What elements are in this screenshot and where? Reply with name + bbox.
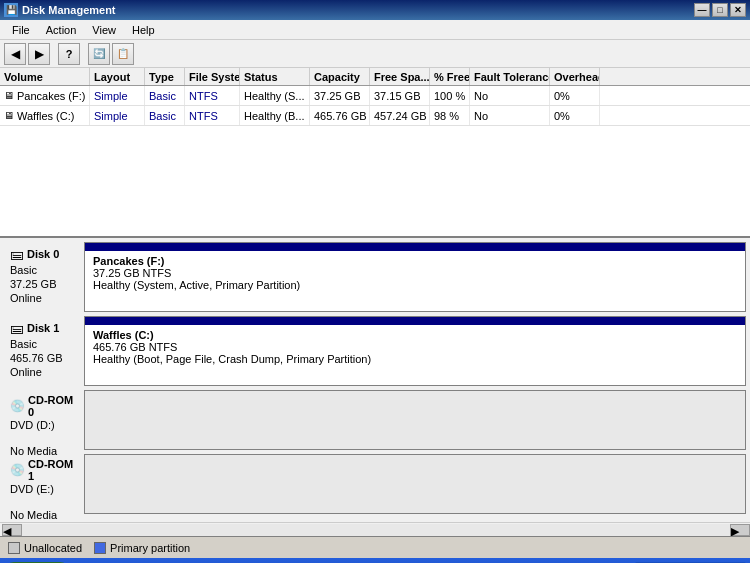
cell-type-1: Basic [145, 106, 185, 125]
toolbar: ◀ ▶ ? 🔄 📋 [0, 40, 750, 68]
disk-0-label: 🖴 Disk 0 Basic 37.25 GB Online [4, 242, 84, 312]
disk-1-status: Online [10, 366, 78, 378]
close-button[interactable]: ✕ [730, 3, 746, 17]
refresh-button[interactable]: 🔄 [88, 43, 110, 65]
menu-file[interactable]: File [4, 22, 38, 38]
cell-layout-1: Simple [90, 106, 145, 125]
maximize-button[interactable]: □ [712, 3, 728, 17]
disk-0-partition-fs: 37.25 GB NTFS [93, 267, 737, 279]
back-button[interactable]: ◀ [4, 43, 26, 65]
disk-0-id: Disk 0 [27, 248, 59, 260]
disk-0-content: Pancakes (F:) 37.25 GB NTFS Healthy (Sys… [84, 242, 746, 312]
disk-0-partition-status: Healthy (System, Active, Primary Partiti… [93, 279, 737, 291]
col-status: Status [240, 68, 310, 85]
disk-1-partition-name: Waffles (C:) [93, 329, 737, 341]
cell-cap-1: 465.76 GB [310, 106, 370, 125]
disk-0-partition-name: Pancakes (F:) [93, 255, 737, 267]
col-layout: Layout [90, 68, 145, 85]
col-over: Overhead [550, 68, 600, 85]
menu-view[interactable]: View [84, 22, 124, 38]
legend-primary-box [94, 542, 106, 554]
horizontal-scrollbar[interactable]: ◀ ▶ [0, 522, 750, 536]
menu-bar: File Action View Help [0, 20, 750, 40]
col-pct: % Free [430, 68, 470, 85]
table-row[interactable]: 🖥 Pancakes (F:) Simple Basic NTFS Health… [0, 86, 750, 106]
disk-1-label: 🖴 Disk 1 Basic 465.76 GB Online [4, 316, 84, 386]
disk-1-row: 🖴 Disk 1 Basic 465.76 GB Online Waffles … [4, 316, 746, 386]
cell-layout-0: Simple [90, 86, 145, 105]
disk-0-status: Online [10, 292, 78, 304]
col-cap: Capacity [310, 68, 370, 85]
window-title: Disk Management [22, 4, 116, 16]
volume-table: Volume Layout Type File System Status Ca… [0, 68, 750, 238]
menu-action[interactable]: Action [38, 22, 85, 38]
help-button[interactable]: ? [58, 43, 80, 65]
cell-over-1: 0% [550, 106, 600, 125]
cell-pct-0: 100 % [430, 86, 470, 105]
disk-0-size: 37.25 GB [10, 278, 78, 290]
cell-pct-1: 98 % [430, 106, 470, 125]
col-free: Free Spa... [370, 68, 430, 85]
scroll-left-button[interactable]: ◀ [2, 524, 22, 536]
legend-bar: Unallocated Primary partition [0, 536, 750, 558]
minimize-button[interactable]: — [694, 3, 710, 17]
col-fs: File System [185, 68, 240, 85]
disk-1-partition-status: Healthy (Boot, Page File, Crash Dump, Pr… [93, 353, 737, 365]
cdrom-1-type: DVD (E:) [10, 483, 78, 495]
legend-primary: Primary partition [94, 542, 190, 554]
disk-1-partition[interactable]: Waffles (C:) 465.76 GB NTFS Healthy (Boo… [85, 325, 745, 385]
cell-free-0: 37.15 GB [370, 86, 430, 105]
cell-type-0: Basic [145, 86, 185, 105]
cdrom-1-status: No Media [10, 509, 78, 521]
disk-area: 🖴 Disk 0 Basic 37.25 GB Online Pancakes … [0, 238, 750, 522]
disk-1-id: Disk 1 [27, 322, 59, 334]
cdrom-0-content [84, 390, 746, 450]
disk-1-partition-fs: 465.76 GB NTFS [93, 341, 737, 353]
cell-fs-1: NTFS [185, 106, 240, 125]
cdrom-0-label: 💿 CD-ROM 0 DVD (D:) No Media [4, 390, 84, 450]
cell-over-0: 0% [550, 86, 600, 105]
cell-fault-1: No [470, 106, 550, 125]
cdrom-0-row: 💿 CD-ROM 0 DVD (D:) No Media [4, 390, 746, 450]
cdrom-1-row: 💿 CD-ROM 1 DVD (E:) No Media [4, 454, 746, 514]
disk-1-header [85, 317, 745, 325]
scroll-right-button[interactable]: ▶ [730, 524, 750, 536]
disk-0-type: Basic [10, 264, 78, 276]
cell-status-0: Healthy (S... [240, 86, 310, 105]
disk-0-partition[interactable]: Pancakes (F:) 37.25 GB NTFS Healthy (Sys… [85, 251, 745, 311]
legend-primary-label: Primary partition [110, 542, 190, 554]
cdrom-1-label: 💿 CD-ROM 1 DVD (E:) No Media [4, 454, 84, 514]
menu-help[interactable]: Help [124, 22, 163, 38]
cell-volume-1: 🖥 Waffles (C:) [0, 106, 90, 125]
cell-status-1: Healthy (B... [240, 106, 310, 125]
cell-fs-0: NTFS [185, 86, 240, 105]
col-type: Type [145, 68, 185, 85]
disk-0-row: 🖴 Disk 0 Basic 37.25 GB Online Pancakes … [4, 242, 746, 312]
scroll-track[interactable] [22, 524, 730, 536]
table-row[interactable]: 🖥 Waffles (C:) Simple Basic NTFS Healthy… [0, 106, 750, 126]
window-controls: — □ ✕ [694, 3, 746, 17]
cell-cap-0: 37.25 GB [310, 86, 370, 105]
settings-button[interactable]: 📋 [112, 43, 134, 65]
cell-fault-0: No [470, 86, 550, 105]
col-volume: Volume [0, 68, 90, 85]
cdrom-0-id: CD-ROM 0 [28, 394, 78, 418]
disk-1-type: Basic [10, 338, 78, 350]
legend-unallocated-label: Unallocated [24, 542, 82, 554]
legend-unallocated-box [8, 542, 20, 554]
cell-free-1: 457.24 GB [370, 106, 430, 125]
taskbar: ⊞ Start 💾 Disk Management 🌐 📁 ▶ 🔧 🗂 🔊 🌐 … [0, 558, 750, 563]
cdrom-0-type: DVD (D:) [10, 419, 78, 431]
title-bar: 💾 Disk Management — □ ✕ [0, 0, 750, 20]
disk-0-header [85, 243, 745, 251]
table-header: Volume Layout Type File System Status Ca… [0, 68, 750, 86]
disk-1-content: Waffles (C:) 465.76 GB NTFS Healthy (Boo… [84, 316, 746, 386]
main-content: Volume Layout Type File System Status Ca… [0, 68, 750, 558]
col-fault: Fault Tolerance [470, 68, 550, 85]
app-icon: 💾 [4, 3, 18, 17]
disk-1-size: 465.76 GB [10, 352, 78, 364]
cell-volume-0: 🖥 Pancakes (F:) [0, 86, 90, 105]
cdrom-1-id: CD-ROM 1 [28, 458, 78, 482]
legend-unallocated: Unallocated [8, 542, 82, 554]
forward-button[interactable]: ▶ [28, 43, 50, 65]
